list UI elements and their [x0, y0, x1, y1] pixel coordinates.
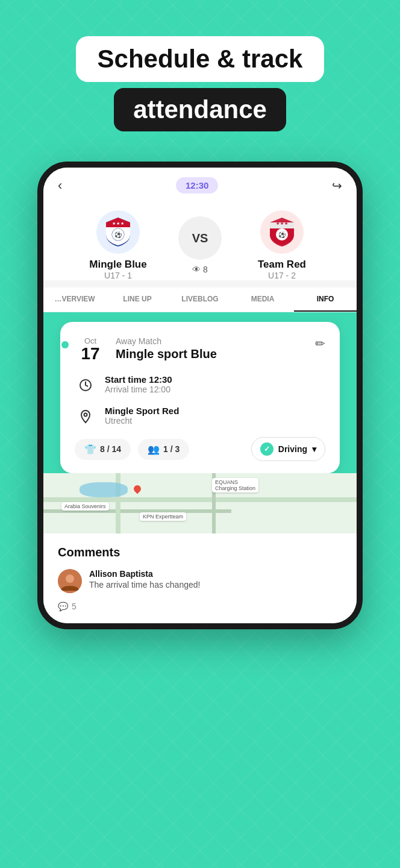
tab-overview[interactable]: …VERVIEW [43, 288, 106, 312]
share-button[interactable]: ↪ [332, 178, 342, 193]
comment-text-block: Allison Baptista The arrival time has ch… [89, 569, 342, 590]
match-title-label: Mingle sport Blue [116, 347, 305, 361]
map-label-equans: EQUANSCharging Station [212, 478, 258, 492]
tab-info[interactable]: INFO [294, 288, 357, 312]
match-date-row: Oct 17 Away Match Mingle sport Blue ✏ [75, 336, 325, 362]
driving-dropdown[interactable]: ✓ Driving ▾ [251, 437, 325, 461]
phone-mockup: ‹ 12:30 ↪ [37, 162, 363, 629]
date-block: Oct 17 [75, 336, 106, 362]
eye-icon: 👁 [192, 265, 201, 274]
shirt-icon: 👕 [84, 444, 96, 455]
players-stat-badge: 👕 8 / 14 [75, 439, 131, 460]
hero-line2: attendance [114, 88, 286, 131]
group-stat-badge: 👥 1 / 3 [138, 439, 189, 460]
svg-text:★: ★ [284, 221, 288, 225]
time-text-block: Start time 12:30 Arrival time 12:00 [105, 374, 172, 394]
home-team-block: ⚽ ★ ★ ★ Mingle Blue U17 - 1 [58, 210, 178, 280]
comments-section: Comments Allison Baptista The arrival ti… [43, 533, 357, 623]
phone-status-bar: ‹ 12:30 ↪ [43, 168, 357, 198]
comment-item: Allison Baptista The arrival time has ch… [58, 569, 342, 593]
avatar-icon [58, 569, 82, 593]
svg-text:★: ★ [116, 221, 120, 225]
svg-text:★: ★ [276, 221, 280, 225]
arrival-time-label: Arrival time 12:00 [105, 385, 172, 394]
comment-count-icon: 💬 [58, 602, 68, 611]
tab-liveblog[interactable]: LIVEBLOG [169, 288, 231, 312]
comment-body: The arrival time has changed! [89, 580, 342, 590]
start-time-label: Start time 12:30 [105, 374, 172, 385]
away-team-logo: ⚽ ★ ★ ★ [260, 210, 304, 254]
comment-avatar [58, 569, 82, 593]
map-background: EQUANSCharging Station Arabia Souvenirs … [43, 473, 357, 533]
vs-label: VS [178, 216, 222, 260]
away-team-sub: U17 - 2 [268, 271, 296, 280]
svg-text:★: ★ [280, 221, 284, 225]
back-button[interactable]: ‹ [58, 178, 62, 193]
hero-line1: Schedule & track [76, 36, 325, 82]
location-name-label: Mingle Sport Red [105, 406, 179, 416]
svg-text:⚽: ⚽ [114, 231, 122, 239]
time-info-row: Start time 12:30 Arrival time 12:00 [75, 374, 325, 396]
home-team-name: Mingle Blue [89, 259, 146, 271]
match-section: ⚽ ★ ★ ★ Mingle Blue U17 - 1 VS [43, 198, 357, 280]
location-info-row: Mingle Sport Red Utrecht [75, 406, 325, 427]
map-label-kpn: KPN Expertteam [140, 512, 186, 521]
group-icon: 👥 [148, 444, 160, 455]
group-stat-value: 1 / 3 [163, 444, 180, 454]
svg-point-15 [66, 574, 74, 583]
vs-block: VS 👁 8 [178, 216, 222, 274]
match-teams: ⚽ ★ ★ ★ Mingle Blue U17 - 1 VS [58, 210, 342, 280]
location-city-label: Utrecht [105, 416, 179, 426]
time-badge: 12:30 [176, 177, 218, 193]
date-dot [61, 341, 69, 348]
away-team-name: Team Red [258, 259, 306, 271]
driving-check-icon: ✓ [260, 442, 273, 456]
comment-count-row: 💬 5 [58, 602, 342, 611]
comment-count-value: 5 [72, 602, 77, 611]
tabs-row: …VERVIEW LINE UP LIVEBLOG MEDIA INFO [43, 288, 357, 312]
players-stat-value: 8 / 14 [100, 444, 121, 454]
location-text-block: Mingle Sport Red Utrecht [105, 406, 179, 426]
svg-text:★: ★ [120, 221, 124, 225]
map-label-arabia: Arabia Souvenirs [61, 502, 109, 511]
home-team-logo: ⚽ ★ ★ ★ [96, 210, 140, 254]
location-icon [75, 406, 96, 427]
tab-lineup[interactable]: LINE UP [106, 288, 169, 312]
map-section: EQUANSCharging Station Arabia Souvenirs … [43, 473, 357, 533]
match-info-text: Away Match Mingle sport Blue [116, 336, 305, 361]
svg-text:★: ★ [112, 221, 116, 225]
phone-frame: ‹ 12:30 ↪ [37, 162, 363, 629]
commenter-name: Allison Baptista [89, 569, 342, 579]
date-day: 17 [81, 345, 99, 362]
chevron-down-icon: ▾ [312, 444, 316, 454]
tab-media[interactable]: MEDIA [231, 288, 294, 312]
svg-point-13 [84, 414, 87, 417]
red-team-badge-icon: ⚽ ★ ★ ★ [265, 215, 299, 249]
driving-label: Driving [278, 444, 307, 454]
map-pin-icon [133, 484, 143, 494]
home-team-sub: U17 - 1 [104, 271, 132, 280]
clock-icon [75, 374, 96, 396]
info-card: Oct 17 Away Match Mingle sport Blue ✏ [60, 322, 340, 473]
match-type-label: Away Match [116, 336, 305, 346]
hero-section: Schedule & track attendance [76, 36, 325, 131]
comments-title: Comments [58, 546, 342, 559]
stats-row: 👕 8 / 14 👥 1 / 3 ✓ Driving ▾ [75, 437, 325, 461]
blue-team-badge-icon: ⚽ ★ ★ ★ [101, 215, 135, 249]
svg-text:⚽: ⚽ [278, 231, 286, 239]
viewers-count: 👁 8 [192, 265, 208, 274]
edit-button[interactable]: ✏ [315, 336, 325, 351]
viewer-number: 8 [203, 265, 208, 274]
away-team-block: ⚽ ★ ★ ★ Team Red U17 - 2 [222, 210, 342, 280]
